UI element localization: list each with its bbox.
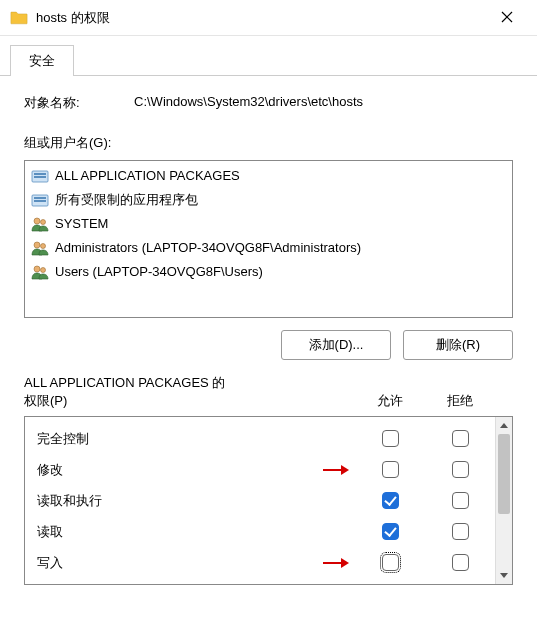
- deny-checkbox[interactable]: [452, 461, 469, 478]
- list-item[interactable]: ALL APPLICATION PACKAGES: [25, 164, 512, 188]
- svg-point-12: [34, 266, 40, 272]
- permission-name: 写入: [37, 554, 355, 572]
- deny-checkbox[interactable]: [452, 554, 469, 571]
- folder-icon: [10, 10, 28, 25]
- allow-checkbox[interactable]: [382, 554, 399, 571]
- object-name-row: 对象名称: C:\Windows\System32\drivers\etc\ho…: [24, 94, 513, 112]
- groups-label: 组或用户名(G):: [24, 134, 513, 152]
- svg-rect-3: [34, 173, 46, 175]
- add-button[interactable]: 添加(D)...: [281, 330, 391, 360]
- permissions-title-suffix: 权限(P): [24, 393, 67, 408]
- permissions-title-prefix: ALL APPLICATION PACKAGES 的: [24, 375, 225, 390]
- column-header-allow: 允许: [355, 392, 425, 410]
- list-item-label: SYSTEM: [55, 214, 108, 234]
- svg-point-10: [34, 242, 40, 248]
- permission-cell-deny: [425, 554, 495, 571]
- permission-name: 读取和执行: [37, 492, 355, 510]
- permission-cell-allow: [355, 554, 425, 571]
- allow-checkbox[interactable]: [382, 492, 399, 509]
- permission-cell-allow: [355, 430, 425, 447]
- permissions-header: ALL APPLICATION PACKAGES 的 权限(P) 允许 拒绝: [24, 374, 513, 410]
- tab-security[interactable]: 安全: [10, 45, 74, 76]
- permissions-list: 完全控制修改读取和执行读取写入: [24, 416, 513, 585]
- permission-row: 写入: [25, 547, 495, 578]
- permission-cell-deny: [425, 492, 495, 509]
- window-title: hosts 的权限: [36, 9, 487, 27]
- svg-rect-6: [34, 197, 46, 199]
- group-listbox[interactable]: ALL APPLICATION PACKAGES所有受限制的应用程序包SYSTE…: [24, 160, 513, 318]
- permission-cell-deny: [425, 523, 495, 540]
- list-item[interactable]: Administrators (LAPTOP-34OVQG8F\Administ…: [25, 236, 512, 260]
- permission-cell-allow: [355, 523, 425, 540]
- permission-row: 完全控制: [25, 423, 495, 454]
- object-name-label: 对象名称:: [24, 94, 134, 112]
- permission-cell-deny: [425, 430, 495, 447]
- scroll-track[interactable]: [496, 434, 512, 567]
- svg-rect-7: [34, 200, 46, 202]
- list-item-label: 所有受限制的应用程序包: [55, 190, 198, 210]
- deny-checkbox[interactable]: [452, 523, 469, 540]
- permission-row: 修改: [25, 454, 495, 485]
- content-panel: 对象名称: C:\Windows\System32\drivers\etc\ho…: [0, 75, 537, 595]
- list-item-label: Administrators (LAPTOP-34OVQG8F\Administ…: [55, 238, 361, 258]
- column-header-deny: 拒绝: [425, 392, 495, 410]
- permission-row: 读取和执行: [25, 485, 495, 516]
- list-item[interactable]: 所有受限制的应用程序包: [25, 188, 512, 212]
- package-icon: [31, 168, 49, 184]
- allow-checkbox[interactable]: [382, 523, 399, 540]
- svg-rect-4: [34, 176, 46, 178]
- scrollbar[interactable]: [495, 417, 512, 584]
- allow-checkbox[interactable]: [382, 430, 399, 447]
- permission-cell-deny: [425, 461, 495, 478]
- close-button[interactable]: [487, 9, 527, 27]
- close-icon: [501, 11, 513, 23]
- object-name-value: C:\Windows\System32\drivers\etc\hosts: [134, 94, 363, 112]
- svg-point-13: [41, 268, 46, 273]
- package-icon: [31, 192, 49, 208]
- deny-checkbox[interactable]: [452, 492, 469, 509]
- chevron-down-icon: [500, 573, 508, 578]
- scroll-up-button[interactable]: [496, 417, 512, 434]
- permission-name: 读取: [37, 523, 355, 541]
- svg-point-8: [34, 218, 40, 224]
- permission-name: 修改: [37, 461, 355, 479]
- permission-name: 完全控制: [37, 430, 355, 448]
- allow-checkbox[interactable]: [382, 461, 399, 478]
- list-item-label: ALL APPLICATION PACKAGES: [55, 166, 240, 186]
- tab-strip: 安全: [10, 36, 537, 75]
- users-icon: [31, 240, 49, 256]
- users-icon: [31, 264, 49, 280]
- titlebar: hosts 的权限: [0, 0, 537, 36]
- permissions-title: ALL APPLICATION PACKAGES 的 权限(P): [24, 374, 355, 410]
- list-item-label: Users (LAPTOP-34OVQG8F\Users): [55, 262, 263, 282]
- permission-cell-allow: [355, 461, 425, 478]
- permission-cell-allow: [355, 492, 425, 509]
- svg-point-11: [41, 244, 46, 249]
- group-button-row: 添加(D)... 删除(R): [24, 330, 513, 360]
- remove-button[interactable]: 删除(R): [403, 330, 513, 360]
- svg-point-9: [41, 220, 46, 225]
- deny-checkbox[interactable]: [452, 430, 469, 447]
- users-icon: [31, 216, 49, 232]
- list-item[interactable]: SYSTEM: [25, 212, 512, 236]
- chevron-up-icon: [500, 423, 508, 428]
- scroll-thumb[interactable]: [498, 434, 510, 514]
- list-item[interactable]: Users (LAPTOP-34OVQG8F\Users): [25, 260, 512, 284]
- permission-row: 读取: [25, 516, 495, 547]
- scroll-down-button[interactable]: [496, 567, 512, 584]
